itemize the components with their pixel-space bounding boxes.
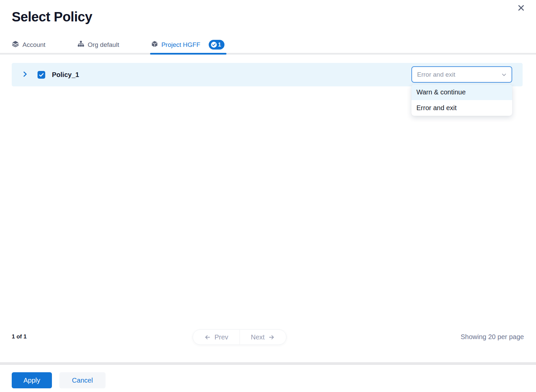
tab-org-default[interactable]: Org default	[77, 36, 119, 53]
arrow-left-icon	[204, 334, 211, 341]
per-page-text: Showing 20 per page	[461, 333, 524, 341]
close-icon	[517, 4, 525, 13]
action-select[interactable]: Error and exit	[411, 66, 512, 83]
next-label: Next	[251, 333, 265, 341]
org-chart-icon	[77, 41, 84, 49]
select-policy-modal: Select Policy Account	[0, 0, 536, 392]
selected-count-badge: 1	[209, 40, 224, 50]
close-button[interactable]	[515, 3, 527, 14]
policy-checkbox[interactable]	[38, 71, 45, 79]
tab-account-label: Account	[22, 42, 46, 48]
page-info: 1 of 1	[12, 333, 26, 340]
tab-account[interactable]: Account	[12, 36, 46, 53]
policy-row: Policy_1 Error and exit Warn & continue …	[12, 63, 523, 86]
page-title: Select Policy	[12, 9, 92, 24]
footer-divider	[0, 362, 536, 365]
apply-button[interactable]: Apply	[12, 372, 52, 388]
tab-bar: Account Org default Project	[12, 36, 256, 53]
chevron-right-icon	[21, 70, 29, 79]
menu-option-error-exit[interactable]: Error and exit	[411, 100, 512, 116]
tab-org-default-label: Org default	[88, 42, 119, 48]
cube-icon	[151, 41, 158, 49]
check-circle-icon	[211, 42, 217, 48]
cancel-button[interactable]: Cancel	[59, 372, 106, 388]
pager: Prev Next	[193, 329, 286, 345]
tab-project-hgff[interactable]: Project HGFF 1	[151, 36, 224, 53]
next-button[interactable]: Next	[240, 330, 286, 344]
tab-project-hgff-label: Project HGFF	[161, 42, 200, 48]
arrow-right-icon	[268, 334, 275, 341]
prev-button[interactable]: Prev	[193, 330, 240, 344]
check-icon	[39, 72, 44, 78]
layers-icon	[12, 40, 19, 49]
tabs-divider	[0, 53, 536, 55]
action-select-value: Error and exit	[417, 71, 455, 78]
prev-label: Prev	[214, 333, 228, 341]
policy-name: Policy_1	[52, 71, 79, 79]
chevron-down-icon	[500, 71, 508, 80]
menu-option-warn-continue[interactable]: Warn & continue	[411, 84, 512, 100]
action-select-menu: Warn & continue Error and exit	[411, 84, 512, 116]
expand-row-button[interactable]	[21, 71, 29, 79]
badge-count: 1	[218, 42, 221, 48]
